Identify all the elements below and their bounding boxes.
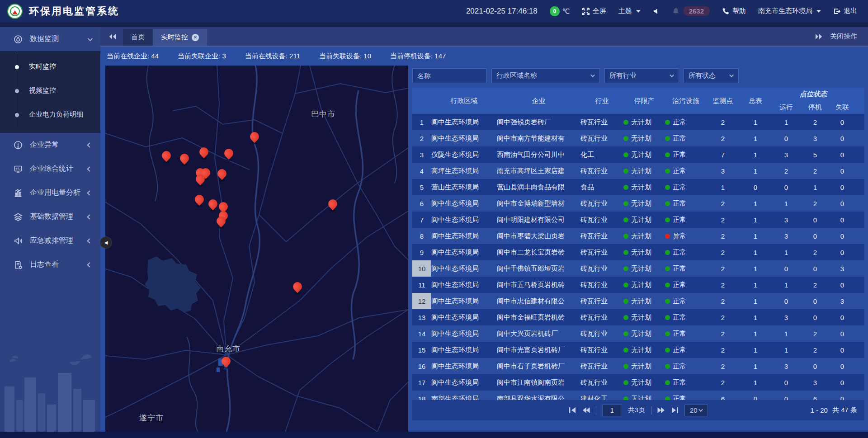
table-row[interactable]: 7阆中生态环境局阆中明阳建材有限公司砖瓦行业无计划正常21300	[412, 212, 864, 228]
table-row[interactable]: 4高坪生态环境局南充市高坪区王家店建砖瓦行业无计划正常31220	[412, 163, 864, 179]
close-icon[interactable]: ✕	[192, 34, 199, 41]
table-row[interactable]: 10阆中生态环境局阆中千佛镇五郎垭页岩砖瓦行业无计划正常21003	[412, 260, 864, 277]
name-filter-input[interactable]	[417, 72, 482, 80]
sidebar-item-label: 企业用电量分析	[30, 188, 80, 198]
row-offline-count: 0	[830, 342, 855, 358]
notification-button[interactable]: 2632	[672, 6, 710, 16]
sidebar-item-emergency-reduction[interactable]: 应急减排管理	[0, 229, 100, 253]
row-pollution-facility: 异常	[665, 228, 707, 244]
table-row[interactable]: 2阆中生态环境局阆中市南方节能建材有砖瓦行业无计划正常21030	[412, 130, 864, 146]
sidebar-item-label: 企业异常	[30, 140, 59, 150]
status-dot-icon	[623, 380, 628, 385]
sidebar-item-electricity-analysis[interactable]: 企业用电量分析	[0, 181, 100, 205]
table-row[interactable]: 11阆中生态环境局阆中市五马桥页岩机砖砖瓦行业无计划正常21120	[412, 277, 864, 293]
industry-filter-select[interactable]: 所有行业	[604, 68, 679, 83]
table-row[interactable]: 12阆中生态环境局阆中市忠信建材有限公砖瓦行业无计划正常21003	[412, 293, 864, 309]
row-company: 阆中市二龙长宝页岩砖	[497, 244, 580, 260]
row-industry: 砖瓦行业	[580, 195, 623, 212]
table-row[interactable]: 6阆中生态环境局阆中市金博瑞新型墙材砖瓦行业无计划正常21120	[412, 195, 864, 212]
row-total-meter: 1	[739, 163, 772, 179]
status-filter-select[interactable]: 所有状态	[684, 68, 739, 83]
sidebar-submenu: 实时监控 视频监控 企业电力负荷明细	[0, 51, 100, 133]
table-row[interactable]: 1阆中生态环境局阆中强锐页岩砖厂砖瓦行业无计划正常21120	[412, 114, 864, 130]
map-panel[interactable]: 巴中市南充市遂宁市 ◀	[105, 66, 408, 432]
row-halt-count: 2	[801, 163, 830, 179]
status-dot-icon	[623, 185, 628, 190]
exit-button[interactable]: 退出	[833, 7, 857, 15]
row-total-meter: 1	[739, 228, 772, 244]
chevron-down-icon	[670, 73, 674, 77]
status-dot-icon	[665, 169, 670, 174]
table-row[interactable]: 18南部生态环境局南部县双华水泥有限公建材化工无计划正常60060	[412, 391, 864, 400]
row-monitor-points: 2	[707, 260, 739, 277]
status-dot-icon	[623, 299, 628, 304]
table-row[interactable]: 9阆中生态环境局阆中市二龙长宝页岩砖砖瓦行业无计划正常21120	[412, 244, 864, 260]
row-seq: 16	[412, 358, 431, 374]
row-run-count: 1	[772, 195, 801, 212]
table-row[interactable]: 14阆中生态环境局阆中大兴页岩机砖厂砖瓦行业无计划正常21120	[412, 325, 864, 342]
sidebar-subitem-label: 视频监控	[29, 86, 56, 95]
theme-dropdown[interactable]: 主题	[618, 7, 641, 15]
row-offline-count: 0	[830, 325, 855, 342]
row-stop-production: 无计划	[623, 228, 665, 244]
sidebar-item-realtime-monitor[interactable]: 实时监控	[0, 55, 100, 79]
row-pollution-facility: 正常	[665, 342, 707, 358]
header-point-status: 点位状态	[772, 88, 855, 100]
header-point-status-group: 点位状态 运行 停机 失联	[772, 88, 855, 114]
help-button[interactable]: 帮助	[722, 7, 746, 15]
sidebar-item-log-view[interactable]: 日志查看	[0, 253, 100, 277]
user-dropdown[interactable]: 南充市生态环境局	[758, 7, 821, 15]
chart-icon	[14, 188, 23, 198]
first-page-button[interactable]	[569, 407, 576, 414]
row-halt-count: 6	[801, 391, 830, 400]
header-pollution-facility: 治污设施	[665, 88, 707, 114]
tab-home[interactable]: 首页	[123, 29, 153, 46]
table-row[interactable]: 8阆中生态环境局阆中市枣碧大梁山页岩砖瓦行业无计划异常21300	[412, 228, 864, 244]
page-number-input[interactable]	[602, 405, 622, 416]
fullscreen-button[interactable]: 全屏	[582, 7, 606, 15]
region-filter-select[interactable]: 行政区域名称	[491, 68, 600, 83]
sidebar-item-base-data[interactable]: 基础数据管理	[0, 205, 100, 229]
row-offline-count: 3	[830, 260, 855, 277]
tabs-scroll-right-button[interactable]	[815, 33, 823, 40]
table-row[interactable]: 15阆中生态环境局阆中市光富页岩机砖厂砖瓦行业无计划正常21120	[412, 342, 864, 358]
row-halt-count: 5	[801, 146, 830, 163]
last-page-button[interactable]	[671, 407, 679, 414]
next-page-button[interactable]	[657, 407, 665, 414]
page-size-select[interactable]: 20	[684, 405, 708, 416]
sidebar-item-video-monitor[interactable]: 视频监控	[0, 79, 100, 103]
status-dot-icon	[665, 120, 670, 125]
industry-filter-value: 所有行业	[609, 71, 637, 80]
notification-count-badge: 2632	[683, 6, 710, 16]
bell-icon	[672, 8, 679, 15]
status-filter-value: 所有状态	[689, 71, 716, 80]
row-monitor-points: 2	[707, 114, 739, 130]
tabs-scroll-left-button[interactable]	[108, 33, 117, 40]
status-dot-icon	[665, 315, 670, 320]
name-filter-field[interactable]	[412, 68, 487, 83]
table-row[interactable]: 5营山生态环境局营山县润丰肉食品有限食品无计划正常10010	[412, 179, 864, 195]
row-offline-count: 0	[830, 309, 855, 325]
sidebar-item-data-monitoring[interactable]: 数据监测	[0, 27, 100, 51]
row-halt-count: 0	[801, 309, 830, 325]
tab-realtime-monitor[interactable]: 实时监控 ✕	[153, 29, 207, 46]
sidebar-item-power-load-detail[interactable]: 企业电力负荷明细	[0, 103, 100, 127]
sidebar-item-enterprise-stats[interactable]: 企业综合统计	[0, 157, 100, 181]
row-industry: 砖瓦行业	[580, 342, 623, 358]
sidebar-item-enterprise-abnormal[interactable]: 企业异常	[0, 133, 100, 157]
table-row[interactable]: 16阆中生态环境局阆中市石子页岩机砖厂砖瓦行业无计划正常21300	[412, 358, 864, 374]
close-operations-dropdown[interactable]: 关闭操作	[830, 32, 857, 41]
row-total-meter: 1	[739, 374, 772, 391]
row-company: 阆中市五马桥页岩机砖	[497, 277, 580, 293]
table-row[interactable]: 3仪陇生态环境局西南油气田分公司川中化工无计划正常71350	[412, 146, 864, 163]
map-collapse-button[interactable]: ◀	[100, 236, 112, 249]
sidebar-item-label: 日志查看	[30, 260, 59, 269]
row-industry: 砖瓦行业	[580, 114, 623, 130]
row-total-meter: 1	[739, 325, 772, 342]
prev-page-button[interactable]	[582, 407, 590, 414]
table-row[interactable]: 13阆中生态环境局阆中市金福旺页岩机砖砖瓦行业无计划正常21300	[412, 309, 864, 325]
table-row[interactable]: 17阆中生态环境局阆中市江南镇阆南页岩砖瓦行业无计划正常21030	[412, 374, 864, 391]
region-filter-value: 行政区域名称	[496, 71, 537, 80]
sidebar-item-label: 企业综合统计	[30, 164, 73, 174]
mute-button[interactable]	[653, 8, 660, 15]
